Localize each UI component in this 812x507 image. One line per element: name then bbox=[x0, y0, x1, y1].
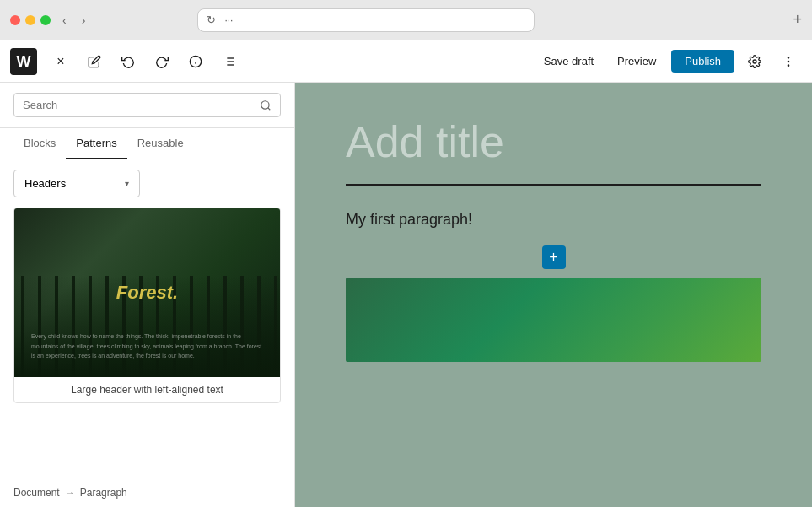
browser-chrome: ‹ › ↻ ··· + bbox=[0, 0, 812, 40]
svg-point-10 bbox=[788, 57, 788, 57]
list-view-button[interactable] bbox=[216, 48, 243, 75]
dropdown-area: Headers ▾ bbox=[0, 159, 294, 208]
back-button[interactable]: ‹ bbox=[59, 12, 70, 29]
traffic-lights bbox=[10, 15, 51, 25]
tab-patterns[interactable]: Patterns bbox=[66, 128, 126, 159]
svg-point-11 bbox=[788, 61, 788, 62]
forest-body-text: Every child knows how to name the things… bbox=[31, 332, 263, 360]
breadcrumb-document[interactable]: Document bbox=[13, 487, 60, 499]
options-button[interactable] bbox=[775, 48, 802, 75]
search-input[interactable] bbox=[23, 99, 253, 111]
reload-icon[interactable]: ↻ bbox=[207, 13, 216, 26]
breadcrumb-paragraph[interactable]: Paragraph bbox=[80, 487, 127, 499]
undo-button[interactable] bbox=[115, 48, 142, 75]
sidebar: Blocks Patterns Reusable Headers ▾ Fores… bbox=[0, 83, 295, 507]
patterns-content: Forest. Every child knows how to name th… bbox=[0, 208, 294, 477]
editor-canvas: Add title My first paragraph! + bbox=[295, 83, 812, 507]
wp-logo[interactable]: W bbox=[10, 48, 37, 75]
forest-label: Forest. bbox=[116, 282, 178, 304]
preview-button[interactable]: Preview bbox=[609, 50, 664, 73]
save-draft-button[interactable]: Save draft bbox=[535, 50, 602, 73]
new-tab-button[interactable]: + bbox=[793, 11, 802, 29]
forward-button[interactable]: › bbox=[78, 12, 89, 29]
maximize-traffic-light[interactable] bbox=[40, 15, 51, 25]
more-dots-icon: ··· bbox=[224, 14, 233, 26]
search-box bbox=[13, 93, 281, 117]
info-button[interactable] bbox=[182, 48, 209, 75]
search-area bbox=[0, 83, 294, 128]
close-traffic-light[interactable] bbox=[10, 15, 20, 25]
image-block[interactable] bbox=[346, 278, 761, 362]
breadcrumb-bar: Document → Paragraph bbox=[0, 477, 294, 507]
editor-toolbar: W × Save draft Preview Publish bbox=[0, 40, 812, 83]
close-sidebar-button[interactable]: × bbox=[47, 48, 74, 75]
svg-line-14 bbox=[268, 107, 271, 110]
minimize-traffic-light[interactable] bbox=[25, 15, 35, 25]
pattern-card-label: Large header with left-aligned text bbox=[14, 377, 280, 402]
tabs-bar: Blocks Patterns Reusable bbox=[0, 128, 294, 159]
svg-point-12 bbox=[788, 65, 788, 66]
settings-button[interactable] bbox=[741, 48, 768, 75]
svg-point-13 bbox=[261, 100, 269, 108]
svg-point-9 bbox=[753, 60, 756, 63]
main-layout: Blocks Patterns Reusable Headers ▾ Fores… bbox=[0, 83, 812, 507]
dropdown-selected-value: Headers bbox=[24, 177, 66, 190]
edit-button[interactable] bbox=[81, 48, 108, 75]
search-icon-button[interactable] bbox=[260, 100, 272, 111]
page-title-placeholder[interactable]: Add title bbox=[346, 116, 761, 167]
wp-logo-mark: W bbox=[17, 54, 31, 69]
tab-reusable[interactable]: Reusable bbox=[127, 128, 194, 159]
separator-line bbox=[346, 184, 761, 186]
publish-button[interactable]: Publish bbox=[671, 50, 734, 73]
breadcrumb-arrow: → bbox=[65, 487, 75, 499]
forest-background: Forest. Every child knows how to name th… bbox=[14, 208, 280, 377]
editor-area[interactable]: Add title My first paragraph! + bbox=[295, 83, 812, 507]
paragraph-block[interactable]: My first paragraph! bbox=[346, 211, 761, 229]
url-bar[interactable]: ↻ ··· bbox=[197, 8, 535, 32]
redo-button[interactable] bbox=[148, 48, 175, 75]
category-dropdown[interactable]: Headers ▾ bbox=[13, 170, 140, 197]
image-placeholder-inner bbox=[346, 278, 761, 362]
tab-blocks[interactable]: Blocks bbox=[13, 128, 66, 159]
add-block-button[interactable]: + bbox=[542, 245, 566, 269]
pattern-card-forest[interactable]: Forest. Every child knows how to name th… bbox=[13, 208, 281, 403]
chevron-down-icon: ▾ bbox=[125, 179, 129, 188]
pattern-image: Forest. Every child knows how to name th… bbox=[14, 208, 280, 377]
toolbar-right: Save draft Preview Publish bbox=[535, 48, 802, 75]
